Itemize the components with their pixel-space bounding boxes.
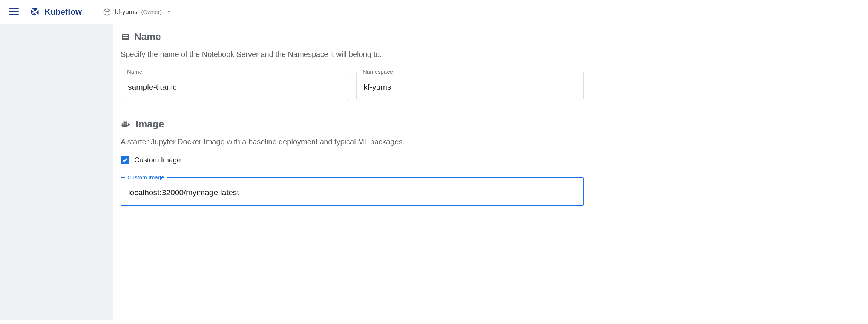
svg-rect-2 <box>123 37 128 38</box>
namespace-role: (Owner) <box>141 9 162 15</box>
package-icon <box>103 8 111 16</box>
custom-image-field-label: Custom Image <box>125 174 167 180</box>
custom-image-checkbox[interactable] <box>121 156 129 164</box>
kubeflow-logo-icon <box>29 7 40 17</box>
hamburger-menu-button[interactable] <box>9 8 19 15</box>
svg-rect-6 <box>124 121 125 123</box>
image-section-description: A starter Jupyter Docker Image with a ba… <box>121 138 584 146</box>
svg-rect-1 <box>123 35 128 36</box>
name-section-description: Specify the name of the Notebook Server … <box>121 50 584 59</box>
top-header: Kubeflow kf-yums (Owner) <box>0 0 868 24</box>
name-field-label: Name <box>125 69 144 75</box>
name-field-wrapper: Name <box>121 69 348 100</box>
chevron-down-icon <box>166 8 172 16</box>
svg-rect-4 <box>124 123 125 125</box>
name-section-header: Name <box>121 31 584 43</box>
sidebar <box>0 24 113 320</box>
logo-area[interactable]: Kubeflow <box>29 7 82 17</box>
name-input[interactable] <box>121 75 348 100</box>
namespace-field-label: Namespace <box>360 69 395 75</box>
namespace-selector[interactable]: kf-yums (Owner) <box>103 8 172 16</box>
custom-image-checkbox-row: Custom Image <box>121 156 584 164</box>
svg-rect-5 <box>125 123 127 125</box>
logo-text: Kubeflow <box>44 7 82 17</box>
namespace-name: kf-yums <box>115 8 138 16</box>
custom-image-input[interactable] <box>121 180 583 205</box>
svg-rect-7 <box>125 121 127 123</box>
image-section-header: Image <box>121 118 584 130</box>
name-icon <box>121 32 130 42</box>
name-section-title: Name <box>134 31 161 43</box>
svg-rect-3 <box>122 123 123 125</box>
image-section-title: Image <box>136 118 164 130</box>
namespace-field-wrapper: Namespace <box>356 69 584 100</box>
custom-image-field-wrapper: Custom Image <box>121 174 584 206</box>
namespace-input[interactable] <box>357 75 583 100</box>
custom-image-checkbox-label: Custom Image <box>134 156 181 164</box>
name-form-row: Name Namespace <box>121 69 584 100</box>
main-layout: Name Specify the name of the Notebook Se… <box>0 24 868 320</box>
main-content: Name Specify the name of the Notebook Se… <box>113 24 868 320</box>
docker-icon <box>121 120 132 129</box>
